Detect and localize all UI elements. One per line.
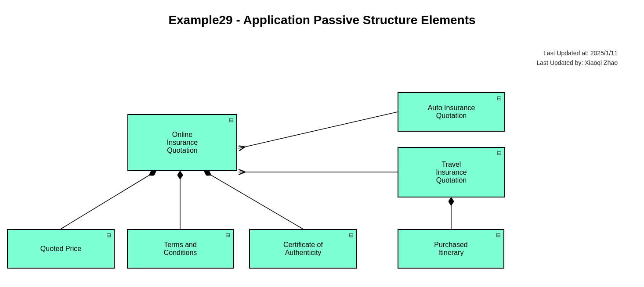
node-label: Auto InsuranceQuotation [428,104,475,120]
node-icon: ⊟ [496,232,501,238]
node-label: OnlineInsuranceQuotation [167,131,198,154]
node-icon: ⊟ [497,95,502,101]
node-icon: ⊟ [106,232,111,238]
svg-line-3 [61,171,156,229]
node-quoted-price: Quoted Price ⊟ [7,229,115,269]
node-label: Terms andConditions [164,241,197,257]
node-certificate-of-authenticity: Certificate ofAuthenticity ⊟ [249,229,357,269]
node-label: Quoted Price [40,245,81,253]
node-label: TravelInsuranceQuotation [436,161,467,184]
node-terms-and-conditions: Terms andConditions ⊟ [127,229,234,269]
node-label: PurchasedItinerary [434,241,468,257]
node-online-insurance-quotation: OnlineInsuranceQuotation ⊟ [127,114,237,171]
node-icon: ⊟ [225,232,230,238]
svg-line-5 [204,171,303,229]
node-icon: ⊟ [497,150,502,156]
node-icon: ⊟ [349,232,354,238]
svg-line-1 [239,112,398,148]
node-label: Certificate ofAuthenticity [283,241,323,257]
page-title: Example29 - Application Passive Structur… [0,0,644,32]
node-auto-insurance-quotation: Auto InsuranceQuotation ⊟ [398,92,505,132]
node-icon: ⊟ [229,117,234,123]
node-purchased-itinerary: PurchasedItinerary ⊟ [398,229,504,269]
node-travel-insurance-quotation: TravelInsuranceQuotation ⊟ [398,147,505,197]
